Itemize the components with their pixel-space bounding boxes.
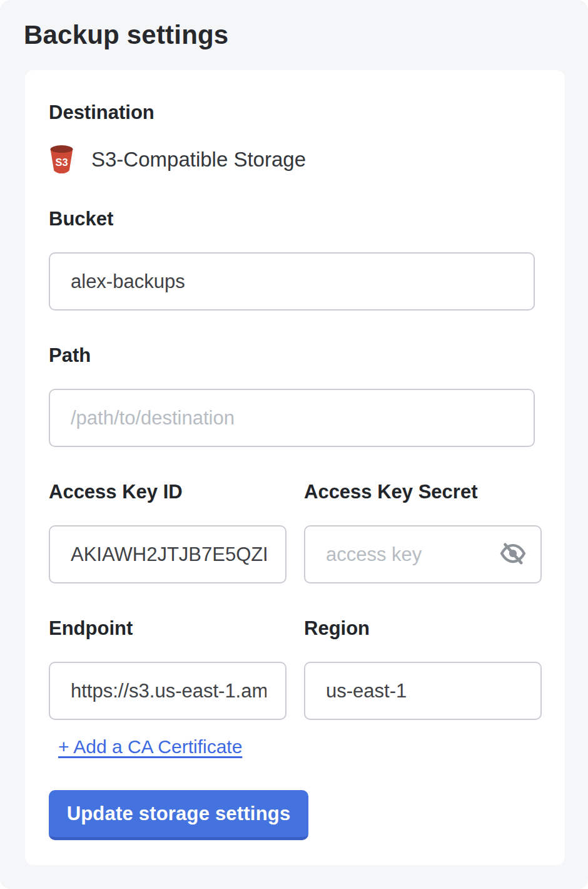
page-title: Backup settings	[0, 0, 588, 50]
region-input[interactable]	[304, 662, 542, 720]
toggle-secret-visibility-button[interactable]	[498, 540, 528, 570]
destination-label: Destination	[49, 103, 534, 122]
endpoint-region-inputs-row	[49, 662, 534, 720]
destination-value: S3-Compatible Storage	[91, 147, 306, 172]
update-storage-settings-button[interactable]: Update storage settings	[49, 790, 308, 840]
region-label: Region	[304, 619, 542, 638]
path-label: Path	[49, 346, 534, 365]
access-key-secret-label: Access Key Secret	[304, 482, 542, 501]
s3-bucket-icon: S3	[49, 145, 74, 174]
endpoint-region-labels-row: Endpoint Region	[49, 619, 534, 638]
endpoint-label: Endpoint	[49, 619, 286, 638]
eye-off-icon	[499, 540, 527, 569]
access-key-labels-row: Access Key ID Access Key Secret	[49, 482, 534, 501]
add-ca-certificate-link[interactable]: + Add a CA Certificate	[58, 736, 242, 758]
svg-text:S3: S3	[56, 157, 68, 168]
destination-value-row: S3 S3-Compatible Storage	[49, 145, 534, 174]
backup-settings-card: Destination S3 S3-Compatible Storage Buc…	[25, 70, 565, 865]
access-key-id-label: Access Key ID	[49, 482, 286, 501]
backup-settings-page: Backup settings Destination S3 S3-Compat…	[0, 0, 588, 889]
bucket-label: Bucket	[49, 209, 534, 229]
path-input[interactable]	[49, 389, 535, 447]
endpoint-input[interactable]	[49, 662, 286, 720]
access-key-id-input[interactable]	[49, 525, 286, 583]
access-key-inputs-row	[49, 525, 534, 583]
bucket-input[interactable]	[49, 252, 535, 311]
